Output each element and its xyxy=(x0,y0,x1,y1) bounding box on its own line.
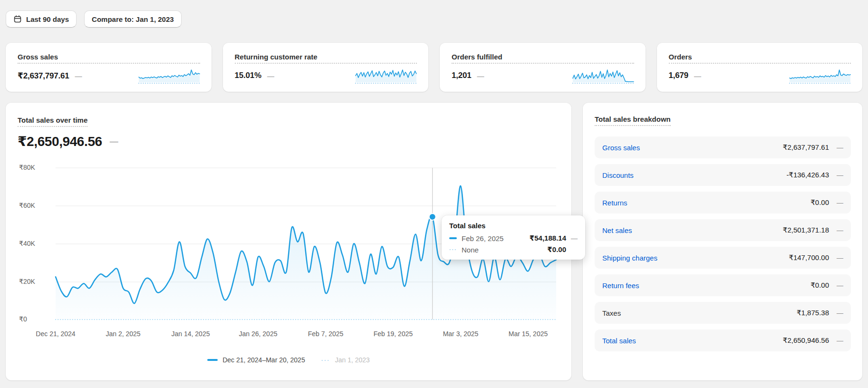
breakdown-link[interactable]: Total sales xyxy=(602,337,636,345)
x-axis-tick: Feb 7, 2025 xyxy=(308,330,344,338)
no-change-dash: — xyxy=(829,171,843,179)
x-axis-tick: Jan 14, 2025 xyxy=(172,330,210,338)
x-axis-tick: Jan 26, 2025 xyxy=(239,330,278,338)
legend-label: Dec 21, 2024–Mar 20, 2025 xyxy=(222,356,305,364)
breakdown-row-net-sales: Net sales ₹2,501,371.18 — xyxy=(595,219,851,241)
total-sales-over-time-card: Total sales over time ₹2,650,946.56 — ₹8… xyxy=(6,103,571,380)
metric-title[interactable]: Gross sales xyxy=(18,53,200,64)
breakdown-value: ₹147,700.00 xyxy=(789,253,829,262)
no-change-dash: — xyxy=(267,72,274,80)
metric-card-orders: Orders 1,679 — xyxy=(657,43,863,92)
breakdown-row-returns: Returns ₹0.00 — xyxy=(595,192,851,213)
x-axis-tick: Jan 2, 2025 xyxy=(106,330,140,338)
total-sales-breakdown-card: Total sales breakdown Gross sales ₹2,637… xyxy=(583,103,862,380)
tooltip-value: ₹54,188.14 xyxy=(530,234,566,242)
metric-title[interactable]: Returning customer rate xyxy=(235,53,417,64)
no-change-dash: — xyxy=(566,234,578,242)
no-change-dash: — xyxy=(829,144,843,151)
breakdown-rows: Gross sales ₹2,637,797.61 — Discounts -₹… xyxy=(595,136,851,351)
tooltip-date: Feb 26, 2025 xyxy=(462,234,503,242)
x-axis-tick: Dec 21, 2024 xyxy=(36,330,75,338)
breakdown-row-gross-sales: Gross sales ₹2,637,797.61 — xyxy=(595,136,851,158)
no-change-dash: — xyxy=(75,72,82,80)
breakdown-value: ₹1,875.38 xyxy=(797,309,829,317)
no-change-dash: — xyxy=(829,254,843,262)
compare-to-label: Compare to: Jan 1, 2023 xyxy=(92,15,174,23)
breakdown-value: ₹2,650,946.56 xyxy=(783,336,829,345)
analytics-dashboard: Last 90 days Compare to: Jan 1, 2023 Gro… xyxy=(0,0,868,388)
tooltip-comparison-label: None xyxy=(462,246,479,254)
breakdown-link[interactable]: Returns xyxy=(602,199,627,207)
series-solid-marker-icon xyxy=(449,237,459,239)
breakdown-row-shipping-charges: Shipping charges ₹147,700.00 — xyxy=(595,247,851,269)
tooltip-comparison-value: ₹0.00 xyxy=(547,245,566,254)
no-change-dash: — xyxy=(829,281,843,289)
breakdown-value: ₹0.00 xyxy=(810,281,829,290)
breakdown-label: Taxes xyxy=(602,309,621,317)
x-axis-tick: Mar 3, 2025 xyxy=(443,330,479,338)
metric-value: 15.01% xyxy=(235,71,261,80)
metric-value: ₹2,637,797.61 xyxy=(18,71,69,81)
breakdown-value: ₹2,501,371.18 xyxy=(783,226,829,234)
breakdown-value: ₹2,637,797.61 xyxy=(783,143,829,152)
charts-row: Total sales over time ₹2,650,946.56 — ₹8… xyxy=(6,103,862,380)
date-range-label: Last 90 days xyxy=(26,15,69,23)
filter-bar: Last 90 days Compare to: Jan 1, 2023 xyxy=(6,10,862,28)
no-change-dash: — xyxy=(829,309,843,317)
series-dotted-marker-icon: ··· xyxy=(449,246,459,253)
breakdown-link[interactable]: Shipping charges xyxy=(602,254,657,262)
no-change-dash: — xyxy=(694,72,701,80)
breakdown-row-return-fees: Return fees ₹0.00 — xyxy=(595,274,851,296)
metric-cards-row: Gross sales ₹2,637,797.61 — Returning cu… xyxy=(6,43,862,92)
no-change-dash: — xyxy=(829,199,843,206)
sparkline-chart xyxy=(355,68,417,84)
metric-title[interactable]: Orders fulfilled xyxy=(452,53,634,64)
breakdown-link[interactable]: Return fees xyxy=(602,281,639,290)
metric-value: 1,679 xyxy=(669,71,689,80)
date-range-button[interactable]: Last 90 days xyxy=(6,10,77,28)
breakdown-link[interactable]: Discounts xyxy=(602,171,634,179)
metric-card-gross-sales: Gross sales ₹2,637,797.61 — xyxy=(6,43,212,92)
metric-card-orders-fulfilled: Orders fulfilled 1,201 — xyxy=(440,43,646,92)
compare-to-button[interactable]: Compare to: Jan 1, 2023 xyxy=(84,10,182,28)
breakdown-row-discounts: Discounts -₹136,426.43 — xyxy=(595,164,851,186)
breakdown-value: -₹136,426.43 xyxy=(786,171,829,179)
sparkline-chart xyxy=(138,68,200,84)
x-axis-tick: Mar 15, 2025 xyxy=(509,330,548,338)
series-dotted-marker-icon: ··· xyxy=(321,357,330,364)
metric-value: 1,201 xyxy=(452,71,472,80)
breakdown-title[interactable]: Total sales breakdown xyxy=(595,115,671,126)
tooltip-row-current: Feb 26, 2025 ₹54,188.14 — xyxy=(449,234,578,242)
x-axis-tick: Feb 19, 2025 xyxy=(374,330,413,338)
no-change-dash: — xyxy=(110,136,118,146)
total-sales-value: ₹2,650,946.56 xyxy=(18,134,102,149)
metric-card-returning-customer-rate: Returning customer rate 15.01% — xyxy=(223,43,429,92)
chart-title[interactable]: Total sales over time xyxy=(18,116,87,127)
tooltip-title: Total sales xyxy=(449,222,578,230)
breakdown-link[interactable]: Gross sales xyxy=(602,144,640,152)
tooltip-row-comparison: ··· None ₹0.00 xyxy=(449,245,578,254)
no-change-dash: — xyxy=(477,72,484,80)
breakdown-value: ₹0.00 xyxy=(810,198,829,207)
legend-comparison-range: ··· Jan 1, 2023 xyxy=(321,356,370,364)
sparkline-chart xyxy=(789,68,851,84)
legend-label: Jan 1, 2023 xyxy=(335,356,370,364)
sparkline-chart xyxy=(572,68,634,84)
metric-title[interactable]: Orders xyxy=(669,53,851,64)
breakdown-link[interactable]: Net sales xyxy=(602,226,632,234)
legend-current-range: Dec 21, 2024–Mar 20, 2025 xyxy=(207,356,305,364)
no-change-dash: — xyxy=(829,337,843,344)
breakdown-row-total-sales: Total sales ₹2,650,946.56 — xyxy=(595,330,851,351)
chart-tooltip: Total sales Feb 26, 2025 ₹54,188.14 — ··… xyxy=(442,215,585,260)
series-solid-marker-icon xyxy=(207,359,218,361)
chart-legend: Dec 21, 2024–Mar 20, 2025 ··· Jan 1, 202… xyxy=(6,356,571,364)
no-change-dash: — xyxy=(829,226,843,234)
breakdown-row-taxes: Taxes ₹1,875.38 — xyxy=(595,302,851,324)
calendar-icon xyxy=(13,15,22,23)
